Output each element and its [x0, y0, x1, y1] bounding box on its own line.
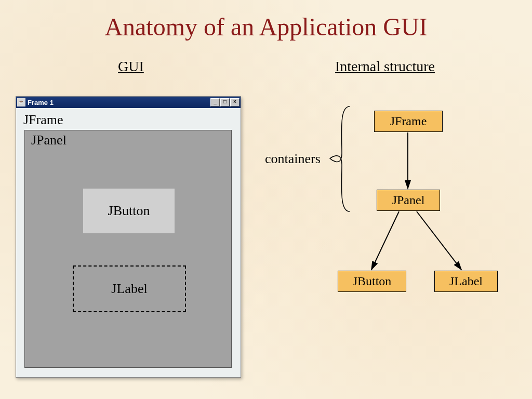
- window-titlebar: ☕ Frame 1 _ □ ×: [16, 97, 241, 108]
- hierarchy-tree: containers JFrame JPanel JButton JLabel: [260, 96, 520, 345]
- gui-column-heading: GUI: [118, 58, 144, 75]
- jlabel-text: JLabel: [111, 281, 147, 297]
- slide-title: Anatomy of an Application GUI: [0, 12, 532, 41]
- maximize-button[interactable]: □: [220, 98, 230, 107]
- window-title: Frame 1: [28, 99, 54, 107]
- minimize-button[interactable]: _: [210, 98, 220, 107]
- tree-node-jbutton: JButton: [338, 271, 406, 292]
- jframe-label: JFrame: [23, 112, 63, 128]
- arrow-jpanel-jlabel: [417, 211, 461, 270]
- window-frame: ☕ Frame 1 _ □ × JFrame JPanel JButton JL…: [16, 96, 241, 378]
- brace-icon: [330, 107, 350, 211]
- tree-node-jframe: JFrame: [374, 111, 443, 132]
- tree-node-jpanel: JPanel: [377, 190, 440, 211]
- jbutton-label: JButton: [108, 203, 150, 219]
- tree-node-jlabel: JLabel: [434, 271, 498, 292]
- tree-arrows-svg: [260, 96, 520, 345]
- jpanel-area: JPanel JButton JLabel: [24, 130, 232, 368]
- containers-label: containers: [265, 151, 321, 167]
- arrow-jpanel-jbutton: [371, 211, 399, 270]
- jpanel-label: JPanel: [31, 132, 66, 148]
- structure-column-heading: Internal structure: [335, 58, 435, 75]
- java-icon: ☕: [17, 98, 25, 107]
- jlabel-component: JLabel: [73, 265, 186, 312]
- window-buttons: _ □ ×: [210, 98, 240, 107]
- jbutton-component[interactable]: JButton: [83, 189, 175, 233]
- close-button[interactable]: ×: [230, 98, 240, 107]
